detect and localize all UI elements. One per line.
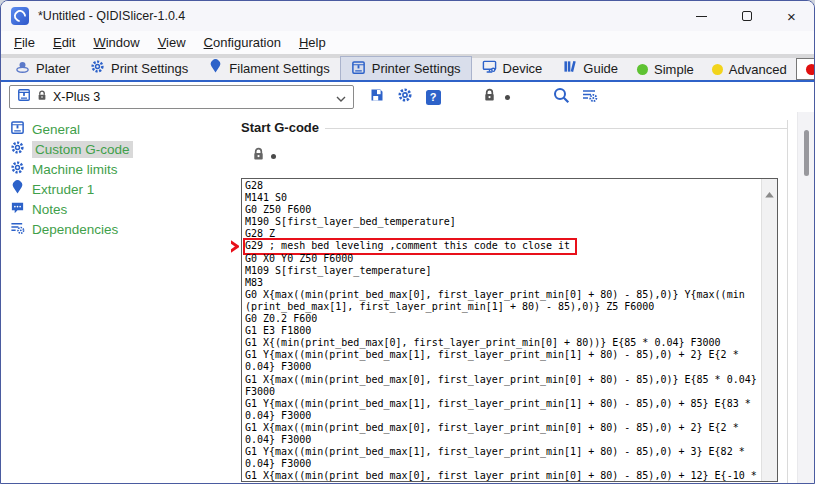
menu-window[interactable]: Window xyxy=(84,33,148,52)
menu-configuration[interactable]: Configuration xyxy=(195,33,290,52)
tab-label: Guide xyxy=(583,61,618,76)
content-area: General Custom G-code Machine limits Ext… xyxy=(1,112,814,484)
page-scrollbar-thumb[interactable] xyxy=(804,130,809,176)
scroll-up-icon[interactable] xyxy=(765,184,774,481)
window-title: *Untitled - QIDISlicer-1.0.4 xyxy=(38,9,185,23)
dependencies-icon xyxy=(10,220,25,238)
search-settings-button[interactable] xyxy=(578,86,600,108)
printer-icon xyxy=(17,88,31,106)
search-icon xyxy=(553,87,570,108)
modified-dot-icon xyxy=(271,154,276,159)
sidebar-item-label: Dependencies xyxy=(32,222,118,237)
guide-icon xyxy=(562,59,577,77)
lock-icon xyxy=(482,87,497,107)
sidebar-item-dependencies[interactable]: Dependencies xyxy=(1,219,231,239)
printer-icon xyxy=(351,60,366,78)
mode-expert[interactable]: Expert xyxy=(796,58,815,80)
filament-icon xyxy=(208,59,223,77)
search-settings-icon xyxy=(581,87,598,107)
close-icon: × xyxy=(787,9,796,24)
gcode-text-before: G28 M141 S0 G0 Z50 F600 M190 S[first_lay… xyxy=(245,180,456,239)
gcode-text-after: G0 X0 Y0 Z50 F6000 M109 S[first_layer_te… xyxy=(245,253,757,481)
device-icon xyxy=(482,59,497,77)
app-logo-icon xyxy=(11,7,29,25)
lock-icon[interactable] xyxy=(251,146,266,166)
annotation-arrow-icon xyxy=(231,233,239,264)
chevron-down-icon xyxy=(336,88,346,106)
groupbox-divider xyxy=(325,128,787,129)
expert-mode-dot-icon xyxy=(806,64,815,75)
gear-icon xyxy=(397,87,413,107)
tab-device[interactable]: Device xyxy=(472,56,553,80)
gear-icon xyxy=(90,59,105,77)
selected-preset-name: X-Plus 3 xyxy=(53,90,100,104)
editor-scrollbar[interactable] xyxy=(761,179,777,481)
save-preset-button[interactable] xyxy=(366,86,388,108)
lock-button[interactable] xyxy=(478,86,500,108)
tab-label: Print Settings xyxy=(111,61,188,76)
tab-label: Filament Settings xyxy=(229,61,329,76)
sidebar-item-machine-limits[interactable]: Machine limits xyxy=(1,159,231,179)
simple-mode-dot-icon xyxy=(637,64,648,75)
menu-edit[interactable]: Edit xyxy=(44,33,84,52)
advanced-mode-dot-icon xyxy=(712,64,723,75)
custom-gcode-page: Start G-code G28 M141 S0 G0 Z50 F600 M19… xyxy=(231,112,797,484)
filament-icon xyxy=(10,180,25,198)
tab-label: Printer Settings xyxy=(372,61,461,76)
gear-icon xyxy=(10,160,25,178)
tab-printer-settings[interactable]: Printer Settings xyxy=(340,56,472,80)
mode-simple[interactable]: Simple xyxy=(628,58,703,80)
menu-view[interactable]: View xyxy=(149,33,195,52)
question-icon: ? xyxy=(426,90,441,105)
mode-advanced[interactable]: Advanced xyxy=(703,58,796,80)
sidebar-item-label: Custom G-code xyxy=(32,141,133,158)
help-button[interactable]: ? xyxy=(422,86,444,108)
tabbar: Plater Print Settings Filament Settings … xyxy=(1,54,814,82)
plater-icon xyxy=(15,59,30,77)
gcode-highlighted-line: G29 ; mesh bed leveling ,comment this co… xyxy=(245,240,575,252)
mode-label: Simple xyxy=(654,62,694,77)
page-scrollbar[interactable] xyxy=(797,112,814,484)
search-button[interactable] xyxy=(550,86,572,108)
menu-file[interactable]: File xyxy=(5,33,44,52)
sidebar-item-custom-gcode[interactable]: Custom G-code xyxy=(1,139,231,159)
tab-label: Plater xyxy=(36,61,70,76)
notes-icon xyxy=(10,200,25,218)
close-button[interactable]: × xyxy=(769,1,814,31)
tab-label: Device xyxy=(503,61,543,76)
settings-sidebar: General Custom G-code Machine limits Ext… xyxy=(1,112,231,484)
minimize-button[interactable] xyxy=(679,1,724,31)
app-window: *Untitled - QIDISlicer-1.0.4 × File Edit… xyxy=(0,0,815,484)
lock-state-dot-icon xyxy=(505,95,510,100)
start-gcode-groupbox: Start G-code G28 M141 S0 G0 Z50 F600 M19… xyxy=(241,120,788,484)
printer-icon xyxy=(10,120,25,138)
sidebar-item-label: Extruder 1 xyxy=(32,182,94,197)
sidebar-item-extruder-1[interactable]: Extruder 1 xyxy=(1,179,231,199)
sidebar-item-notes[interactable]: Notes xyxy=(1,199,231,219)
tab-print-settings[interactable]: Print Settings xyxy=(80,56,198,80)
maximize-icon xyxy=(742,11,752,21)
settings-button[interactable] xyxy=(394,86,416,108)
menubar: File Edit Window View Configuration Help xyxy=(1,31,814,54)
mode-label: Advanced xyxy=(729,62,787,77)
tab-plater[interactable]: Plater xyxy=(5,56,80,80)
printer-preset-combobox[interactable]: X-Plus 3 xyxy=(9,85,354,109)
gcode-textarea[interactable]: G28 M141 S0 G0 Z50 F600 M190 S[first_lay… xyxy=(242,179,761,481)
menu-help[interactable]: Help xyxy=(290,33,335,52)
titlebar: *Untitled - QIDISlicer-1.0.4 × xyxy=(1,1,814,31)
tab-guide[interactable]: Guide xyxy=(552,56,628,80)
mode-selector: Simple Advanced Expert xyxy=(628,58,815,80)
save-icon xyxy=(369,87,385,107)
minimize-icon xyxy=(696,16,707,17)
maximize-button[interactable] xyxy=(724,1,769,31)
lock-icon xyxy=(36,88,48,106)
start-gcode-lock-row xyxy=(251,147,787,165)
tab-filament-settings[interactable]: Filament Settings xyxy=(198,56,339,80)
gear-icon xyxy=(10,140,25,158)
start-gcode-editor: G28 M141 S0 G0 Z50 F600 M190 S[first_lay… xyxy=(241,178,778,482)
window-controls: × xyxy=(679,1,814,31)
sidebar-item-label: Machine limits xyxy=(32,162,118,177)
sidebar-item-label: Notes xyxy=(32,202,67,217)
start-gcode-title: Start G-code xyxy=(241,120,319,135)
sidebar-item-general[interactable]: General xyxy=(1,119,231,139)
